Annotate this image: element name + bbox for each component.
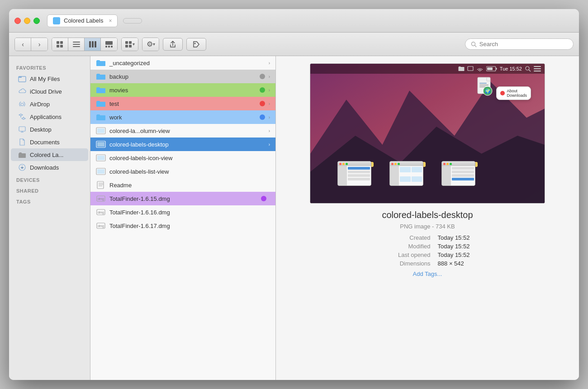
action-button[interactable]: ⚙ ▾ (142, 38, 159, 51)
file-item-list-view[interactable]: colored-labels-list-view (90, 165, 275, 178)
svg-point-23 (21, 103, 24, 106)
file-item-desktop-selected[interactable]: colored-labels-desktop › (90, 138, 275, 151)
dimensions-label: Dimensions (385, 260, 431, 267)
file-item-readme[interactable]: Readme (90, 178, 275, 192)
tag-icon (192, 40, 200, 48)
modified-label: Modified (385, 243, 431, 250)
svg-point-52 (479, 71, 480, 71)
last-opened-value: Today 15:52 (438, 251, 470, 258)
svg-rect-15 (129, 41, 132, 44)
file-item-icon-view[interactable]: colored-labels-icon-view (90, 151, 275, 165)
svg-text:dmg: dmg (98, 211, 104, 214)
file-name-work: work (109, 114, 260, 121)
maximize-button[interactable] (33, 18, 40, 24)
airdrop-icon (18, 100, 26, 108)
share-button[interactable] (163, 38, 183, 51)
back-button[interactable]: ‹ (15, 38, 31, 51)
column-view-button[interactable] (85, 38, 101, 51)
active-tab[interactable]: Colored Labels × (47, 14, 118, 27)
sidebar-item-all-my-files[interactable]: All My Files (11, 72, 88, 85)
file-name-uncategorized: _uncategorized (109, 60, 269, 66)
dmg-icon-15: dmg (96, 194, 106, 203)
file-item-movies[interactable]: movies › (90, 83, 275, 97)
favorites-header: Favorites (9, 62, 90, 72)
image-icon-list-view (96, 167, 106, 176)
tag-button[interactable] (186, 38, 206, 51)
menubar-display-icon (467, 66, 474, 71)
cover-flow-button[interactable] (101, 38, 117, 51)
file-name-backup: backup (109, 73, 260, 80)
file-item-test[interactable]: test › (90, 97, 275, 110)
tags-header: Tags (9, 195, 90, 206)
minimize-button[interactable] (24, 18, 30, 24)
inactive-tab[interactable] (123, 18, 142, 24)
menubar-time: Tue 15:52 (500, 66, 522, 71)
about-downloads-text: AboutDownloads (507, 89, 527, 98)
downloads-icon (18, 163, 26, 171)
file-item-backup[interactable]: backup › (90, 70, 275, 83)
icon-view-icon (57, 41, 64, 47)
sidebar-item-downloads[interactable]: Downloads (11, 161, 88, 174)
shared-header: Shared (9, 185, 90, 195)
svg-rect-33 (97, 142, 104, 147)
svg-rect-38 (97, 181, 104, 189)
search-input[interactable] (479, 41, 568, 47)
search-box[interactable] (465, 38, 574, 50)
menubar-folder-icon (458, 66, 465, 72)
sidebar-item-applications[interactable]: Applications (11, 110, 88, 123)
preview-type-size: PNG image - 734 KB (400, 223, 455, 230)
svg-point-56 (526, 66, 529, 70)
tab-title: Colored Labels (64, 17, 103, 24)
svg-rect-4 (73, 42, 80, 43)
file-name-dmg-17: TotalFinder-1.6.17.dmg (109, 223, 270, 229)
sidebar-item-airdrop[interactable]: AirDrop (11, 98, 88, 110)
svg-rect-11 (105, 46, 107, 47)
sidebar-all-my-files-label: All My Files (30, 76, 60, 82)
svg-rect-22 (19, 76, 22, 78)
sidebar-documents-label: Documents (30, 139, 60, 146)
list-view-button[interactable] (68, 38, 85, 51)
icon-view-button[interactable] (52, 38, 68, 51)
sidebar-item-documents[interactable]: Documents (11, 136, 88, 148)
file-list-panel: _uncategorized › backup › movies › (90, 56, 276, 380)
file-item-dmg-16[interactable]: dmg TotalFinder-1.6.16.dmg (90, 205, 275, 219)
preview-filename: colored-labels-desktop (382, 210, 473, 220)
file-name-dmg-15: TotalFinder-1.6.15.dmg (109, 195, 261, 202)
sidebar-downloads-label: Downloads (30, 164, 59, 171)
tab-close-button[interactable]: × (109, 18, 112, 24)
titlebar: Colored Labels × (9, 9, 579, 33)
sidebar-item-desktop[interactable]: Desktop (11, 123, 88, 136)
column-view-icon (89, 41, 96, 47)
forward-button[interactable]: › (31, 38, 47, 51)
preview-size: 734 KB (436, 223, 455, 230)
add-tags-link[interactable]: Add Tags... (413, 270, 442, 277)
svg-rect-2 (57, 45, 59, 47)
file-name-test: test (109, 100, 260, 107)
close-button[interactable] (14, 18, 21, 24)
svg-rect-9 (95, 41, 96, 47)
documents-icon (18, 138, 26, 146)
desktop-preview: Tue 15:52 Abou (310, 64, 545, 203)
traffic-lights (14, 18, 40, 24)
doc-svg: 🌍 (477, 76, 495, 98)
file-item-dmg-15[interactable]: dmg TotalFinder-1.6.15.dmg (90, 192, 275, 205)
applications-icon (18, 113, 26, 121)
sidebar-item-colored-labels[interactable]: Colored La... (11, 148, 88, 161)
preview-panel: Tue 15:52 Abou (276, 56, 579, 380)
menubar-list-icon (534, 66, 541, 72)
menubar-battery-icon (486, 66, 497, 72)
sidebar-item-icloud-drive[interactable]: iCloud Drive (11, 85, 88, 98)
file-item-uncategorized[interactable]: _uncategorized › (90, 56, 275, 70)
file-item-column-view[interactable]: colored-la...olumn-view › (90, 124, 275, 138)
preview-dash: - (432, 223, 436, 230)
svg-rect-5 (73, 44, 80, 45)
tab-folder-icon (53, 17, 60, 24)
folder-icon-work (96, 113, 106, 121)
image-icon-desktop (96, 140, 106, 148)
file-item-work[interactable]: work › (90, 110, 275, 124)
desktop-mini-finder-1: 🟡 colored-labels-list-view (337, 161, 374, 167)
arrange-button[interactable]: ▾ (122, 38, 138, 51)
folder-icon-backup (96, 72, 106, 81)
file-item-dmg-17[interactable]: dmg TotalFinder-1.6.17.dmg (90, 219, 275, 232)
svg-line-20 (475, 45, 476, 47)
